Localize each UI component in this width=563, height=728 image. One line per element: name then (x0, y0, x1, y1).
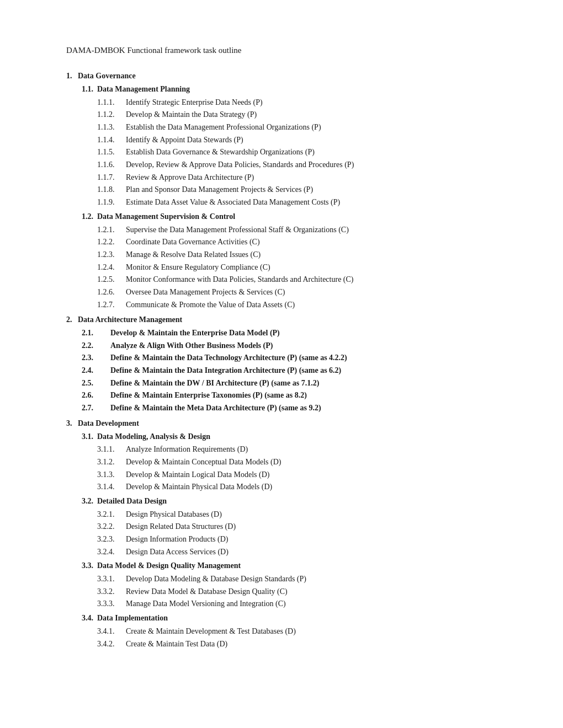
item-text: Develop Data Modeling & Database Design … (126, 573, 508, 585)
item-3-2-2: 3.2.2. Design Related Data Structures (D… (97, 521, 508, 533)
item-num: 1.2.3. (97, 249, 126, 261)
item-num: 2.5. (82, 377, 110, 389)
item-text: Supervise the Data Management Profession… (126, 224, 508, 236)
item-1-2-3: 1.2.3. Manage & Resolve Data Related Iss… (97, 249, 508, 261)
item-num: 3.3.3. (97, 598, 126, 610)
item-num: 1.2.5. (97, 274, 126, 286)
item-num: 1.1.1. (97, 97, 126, 109)
item-1-1-2: 1.1.2. Develop & Maintain the Data Strat… (97, 109, 508, 121)
item-1-1-9: 1.1.9. Estimate Data Asset Value & Assoc… (97, 196, 508, 208)
item-text: Design Information Products (D) (126, 533, 508, 545)
item-2-2: 2.2. Analyze & Align With Other Business… (82, 340, 508, 352)
item-text: Define & Maintain the Data Technology Ar… (110, 352, 508, 364)
item-text: Identify & Appoint Data Stewards (P) (126, 134, 508, 146)
item-text: Define & Maintain the Meta Data Architec… (110, 402, 508, 414)
section-1-header: 1. Data Governance (66, 70, 508, 82)
item-text: Analyze Information Requirements (D) (126, 443, 508, 456)
item-2-4: 2.4. Define & Maintain the Data Integrat… (82, 365, 508, 377)
item-text: Create & Maintain Development & Test Dat… (126, 625, 508, 638)
item-text: Design Data Access Services (D) (126, 546, 508, 558)
item-num: 3.1.3. (97, 469, 126, 481)
item-text: Develop & Maintain the Data Strategy (P) (126, 109, 508, 121)
item-num: 1.2.1. (97, 224, 126, 236)
item-num: 2.3. (82, 352, 110, 364)
item-num: 3.1.4. (97, 481, 126, 493)
item-num: 1.1.5. (97, 146, 126, 158)
item-1-1-5: 1.1.5. Establish Data Governance & Stewa… (97, 146, 508, 158)
item-num: 3.2.2. (97, 521, 126, 533)
item-num: 1.2.2. (97, 236, 126, 248)
section-3-1: 3.1. Data Modeling, Analysis & Design 3.… (82, 431, 508, 493)
section-1: 1. Data Governance 1.1. Data Management … (66, 70, 508, 311)
section-1-1: 1.1. Data Management Planning 1.1.1. Ide… (82, 83, 508, 208)
item-3-4-2: 3.4.2. Create & Maintain Test Data (D) (97, 638, 508, 650)
item-text: Develop & Maintain Conceptual Data Model… (126, 456, 508, 468)
item-3-3-3: 3.3.3. Manage Data Model Versioning and … (97, 598, 508, 610)
page-title: DAMA-DMBOK Functional framework task out… (66, 44, 508, 57)
item-text: Establish Data Governance & Stewardship … (126, 146, 508, 158)
item-3-2-1: 3.2.1. Design Physical Databases (D) (97, 508, 508, 521)
item-text: Design Physical Databases (D) (126, 508, 508, 521)
item-num: 3.1.1. (97, 443, 126, 456)
item-1-2-7: 1.2.7. Communicate & Promote the Value o… (97, 299, 508, 311)
item-text: Manage & Resolve Data Related Issues (C) (126, 249, 508, 261)
section-2-items: 2.1. Develop & Maintain the Enterprise D… (82, 327, 508, 414)
item-num: 3.4.2. (97, 638, 126, 650)
item-3-2-4: 3.2.4. Design Data Access Services (D) (97, 546, 508, 558)
section-3-2-items: 3.2.1. Design Physical Databases (D) 3.2… (97, 508, 508, 558)
item-num: 1.2.7. (97, 299, 126, 311)
section-3-4-items: 3.4.1. Create & Maintain Development & T… (97, 625, 508, 650)
item-text: Create & Maintain Test Data (D) (126, 638, 508, 650)
item-2-5: 2.5. Define & Maintain the DW / BI Archi… (82, 377, 508, 389)
item-num: 1.2.6. (97, 286, 126, 298)
item-text: Communicate & Promote the Value of Data … (126, 299, 508, 311)
item-num: 2.7. (82, 402, 110, 414)
item-num: 3.3.1. (97, 573, 126, 585)
item-num: 3.2.4. (97, 546, 126, 558)
item-text: Design Related Data Structures (D) (126, 521, 508, 533)
section-3-4-header: 3.4. Data Implementation (82, 612, 508, 624)
item-2-3: 2.3. Define & Maintain the Data Technolo… (82, 352, 508, 364)
outline-container: 1. Data Governance 1.1. Data Management … (66, 70, 508, 650)
item-num: 3.3.2. (97, 586, 126, 598)
item-num: 3.2.1. (97, 508, 126, 521)
section-3-3-items: 3.3.1. Develop Data Modeling & Database … (97, 573, 508, 610)
item-num: 3.4.1. (97, 625, 126, 638)
item-1-1-8: 1.1.8. Plan and Sponsor Data Management … (97, 184, 508, 196)
item-text: Develop, Review & Approve Data Policies,… (126, 159, 508, 171)
item-1-2-1: 1.2.1. Supervise the Data Management Pro… (97, 224, 508, 236)
section-3-2-header: 3.2. Detailed Data Design (82, 495, 508, 507)
section-3-3: 3.3. Data Model & Design Quality Managem… (82, 560, 508, 610)
item-1-1-4: 1.1.4. Identify & Appoint Data Stewards … (97, 134, 508, 146)
item-num: 3.1.2. (97, 456, 126, 468)
item-1-2-6: 1.2.6. Oversee Data Management Projects … (97, 286, 508, 298)
item-2-6: 2.6. Define & Maintain Enterprise Taxono… (82, 389, 508, 402)
item-text: Develop & Maintain Physical Data Models … (126, 481, 508, 493)
item-text: Monitor & Ensure Regulatory Compliance (… (126, 261, 508, 274)
item-num: 3.2.3. (97, 533, 126, 545)
item-text: Plan and Sponsor Data Management Project… (126, 184, 508, 196)
section-2: 2. Data Architecture Management 2.1. Dev… (66, 314, 508, 414)
item-text: Review & Approve Data Architecture (P) (126, 172, 508, 184)
section-1-1-header: 1.1. Data Management Planning (82, 83, 508, 95)
item-3-1-2: 3.1.2. Develop & Maintain Conceptual Dat… (97, 456, 508, 468)
section-3-2: 3.2. Detailed Data Design 3.2.1. Design … (82, 495, 508, 558)
section-1-2-items: 1.2.1. Supervise the Data Management Pro… (97, 224, 508, 311)
item-text: Define & Maintain the Data Integration A… (110, 365, 508, 377)
item-num: 1.1.6. (97, 159, 126, 171)
item-num: 1.1.2. (97, 109, 126, 121)
section-3-1-header: 3.1. Data Modeling, Analysis & Design (82, 431, 508, 443)
item-text: Monitor Conformance with Data Policies, … (126, 274, 508, 286)
item-3-3-1: 3.3.1. Develop Data Modeling & Database … (97, 573, 508, 585)
item-text: Coordinate Data Governance Activities (C… (126, 236, 508, 248)
item-text: Review Data Model & Database Design Qual… (126, 586, 508, 598)
item-num: 2.2. (82, 340, 110, 352)
item-3-3-2: 3.3.2. Review Data Model & Database Desi… (97, 586, 508, 598)
item-1-1-6: 1.1.6. Develop, Review & Approve Data Po… (97, 159, 508, 171)
item-text: Oversee Data Management Projects & Servi… (126, 286, 508, 298)
item-1-2-5: 1.2.5. Monitor Conformance with Data Pol… (97, 274, 508, 286)
item-text: Establish the Data Management Profession… (126, 121, 508, 133)
item-2-1: 2.1. Develop & Maintain the Enterprise D… (82, 327, 508, 339)
item-num: 1.1.9. (97, 196, 126, 208)
item-num: 1.1.4. (97, 134, 126, 146)
